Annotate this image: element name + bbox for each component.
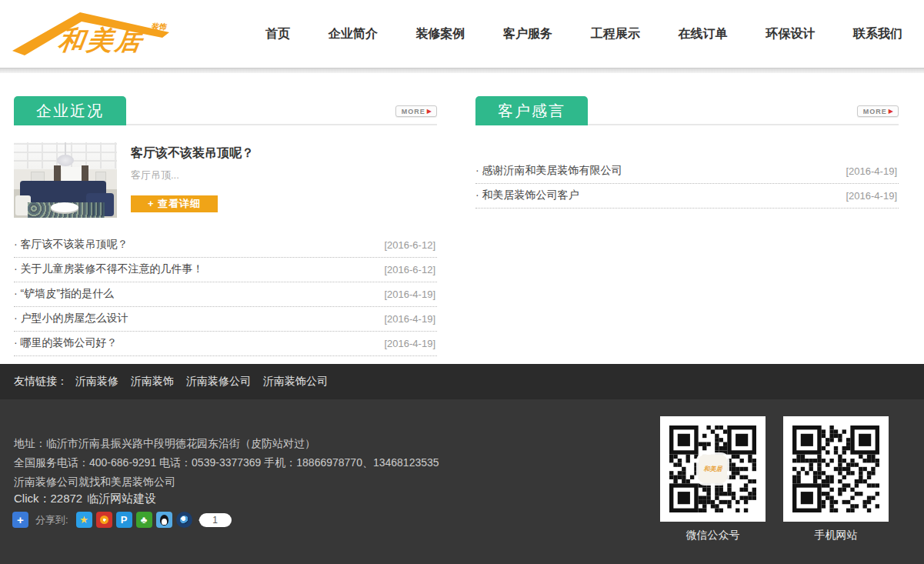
- featured-article-image[interactable]: [14, 142, 117, 218]
- site-builder-link[interactable]: 临沂网站建设: [87, 492, 156, 505]
- click-count: Click：22872: [14, 492, 82, 505]
- news-more-button[interactable]: MORE ▶: [395, 105, 437, 117]
- pengyou-icon[interactable]: P: [116, 512, 132, 528]
- share-bar: + 分享到: ★ P ♣ 1: [12, 512, 232, 528]
- share-plus-icon[interactable]: +: [12, 512, 28, 528]
- news-item-date: [2016-6-12]: [385, 264, 436, 275]
- nav-customer-service[interactable]: 客户服务: [503, 26, 552, 42]
- featured-article: 客厅该不该装吊顶呢？ 客厅吊顶... + 查看详细: [14, 142, 437, 218]
- more-arrow-icon: ▶: [427, 108, 432, 115]
- news-list-item[interactable]: “铲墙皮”指的是什么 [2016-4-19]: [14, 282, 437, 307]
- main-content: 企业近况 MORE ▶ 客厅该不该装吊顶呢？ 客厅吊顶... + 查看: [0, 73, 924, 364]
- share-count-badge[interactable]: 1: [199, 513, 232, 527]
- more-label: MORE: [402, 108, 425, 115]
- friend-link[interactable]: 沂南装修: [75, 375, 118, 389]
- news-section-header: 企业近况 MORE ▶: [14, 96, 437, 125]
- testimonial-list-item[interactable]: 和美居装饰公司客户 [2016-4-19]: [475, 184, 899, 209]
- testimonials-more-button[interactable]: MORE ▶: [857, 105, 899, 117]
- friend-links-label: 友情链接：: [14, 375, 68, 389]
- news-item-title[interactable]: “铲墙皮”指的是什么: [14, 287, 114, 301]
- view-detail-button[interactable]: + 查看详细: [131, 195, 218, 212]
- more-arrow-icon: ▶: [889, 108, 894, 115]
- news-item-date: [2016-6-12]: [385, 239, 436, 251]
- qr-mobile-site: [783, 416, 889, 522]
- news-item-title[interactable]: 户型小的房屋怎么设计: [14, 312, 128, 325]
- testimonial-title[interactable]: 感谢沂南和美居装饰有限公司: [475, 164, 622, 178]
- weibo-icon[interactable]: [96, 512, 112, 528]
- testimonials-list: 感谢沂南和美居装饰有限公司 [2016-4-19] 和美居装饰公司客户 [201…: [475, 159, 899, 209]
- company-news-section: 企业近况 MORE ▶ 客厅该不该装吊顶呢？ 客厅吊顶... + 查看: [14, 96, 437, 356]
- news-item-date: [2016-4-19]: [385, 338, 436, 349]
- nav-decor-cases[interactable]: 装修案例: [415, 26, 465, 42]
- testimonial-title[interactable]: 和美居装饰公司客户: [475, 189, 579, 202]
- news-list-item[interactable]: 户型小的房屋怎么设计 [2016-4-19]: [14, 307, 437, 332]
- news-section-title: 企业近况: [14, 96, 126, 125]
- testimonials-section-title: 客户感言: [475, 96, 588, 125]
- brand-subtitle: 装饰: [151, 22, 166, 32]
- testimonial-list-item[interactable]: 感谢沂南和美居装饰有限公司 [2016-4-19]: [475, 159, 899, 184]
- nav-home[interactable]: 首页: [265, 26, 290, 42]
- friend-link[interactable]: 沂南装修公司: [186, 375, 251, 389]
- nav-contact-us[interactable]: 联系我们: [853, 26, 902, 42]
- news-item-date: [2016-4-19]: [385, 313, 436, 325]
- footer: 地址：临沂市沂南县振兴路中段明德花园东沿街（皮防站对过） 全国服务电话：400-…: [0, 399, 924, 564]
- news-item-date: [2016-4-19]: [385, 289, 436, 300]
- featured-article-info: 客厅该不该装吊顶呢？ 客厅吊顶... + 查看详细: [131, 142, 254, 218]
- main-nav: 首页 企业简介 装修案例 客户服务 工程展示 在线订单 环保设计 联系我们: [265, 0, 902, 68]
- nav-online-order[interactable]: 在线订单: [679, 26, 728, 42]
- news-item-title[interactable]: 哪里的装饰公司好？: [14, 336, 118, 350]
- header-divider: [0, 68, 924, 73]
- testimonial-date: [2016-4-19]: [846, 190, 898, 202]
- news-item-title[interactable]: 客厅该不该装吊顶呢？: [14, 238, 128, 252]
- qq-icon[interactable]: [156, 512, 172, 528]
- testimonials-section: 客户感言 MORE ▶ 感谢沂南和美居装饰有限公司 [2016-4-19] 和美…: [475, 96, 899, 209]
- featured-article-excerpt: 客厅吊顶...: [131, 169, 254, 182]
- qzone-icon[interactable]: ★: [76, 512, 92, 528]
- footer-slogan: 沂南装修公司就找和美居装饰公司: [14, 476, 175, 489]
- browser-icon[interactable]: [176, 512, 192, 528]
- footer-click-counter: Click：22872临沂网站建设: [14, 492, 156, 506]
- friend-links-bar: 友情链接： 沂南装修 沂南装饰 沂南装修公司 沂南装饰公司: [0, 364, 924, 399]
- news-item-title[interactable]: 关于儿童房装修不得不注意的几件事！: [14, 262, 204, 276]
- testimonial-date: [2016-4-19]: [846, 165, 898, 177]
- brand-name: 和美居: [56, 23, 146, 58]
- share-label: 分享到:: [35, 513, 68, 527]
- qr-mobile-label: 手机网站: [783, 529, 889, 542]
- nav-company-intro[interactable]: 企业简介: [329, 26, 378, 42]
- header: 和美居 装饰 首页 企业简介 装修案例 客户服务 工程展示 在线订单 环保设计 …: [0, 0, 924, 68]
- more-label: MORE: [863, 108, 887, 115]
- friend-link[interactable]: 沂南装饰: [131, 375, 174, 389]
- news-list-item[interactable]: 哪里的装饰公司好？ [2016-4-19]: [14, 332, 437, 356]
- qr-wechat-label: 微信公众号: [660, 529, 766, 542]
- qr-wechat: 和美居: [660, 416, 766, 522]
- testimonials-section-header: 客户感言 MORE ▶: [475, 96, 899, 125]
- company-logo[interactable]: 和美居 装饰: [11, 6, 192, 62]
- featured-article-title[interactable]: 客厅该不该装吊顶呢？: [131, 145, 254, 162]
- qr-center-logo-icon: 和美居: [699, 455, 727, 483]
- footer-address: 地址：临沂市沂南县振兴路中段明德花园东沿街（皮防站对过）: [14, 437, 315, 451]
- nav-project-display[interactable]: 工程展示: [591, 26, 640, 42]
- friend-link[interactable]: 沂南装饰公司: [263, 375, 328, 389]
- page: 和美居 装饰 首页 企业简介 装修案例 客户服务 工程展示 在线订单 环保设计 …: [0, 0, 924, 564]
- news-list-item[interactable]: 关于儿童房装修不得不注意的几件事！ [2016-6-12]: [14, 258, 437, 282]
- news-list-item[interactable]: 客厅该不该装吊顶呢？ [2016-6-12]: [14, 233, 437, 258]
- nav-eco-design[interactable]: 环保设计: [766, 26, 815, 42]
- footer-phones: 全国服务电话：400-686-9291 电话：0539-3377369 手机：1…: [14, 456, 439, 470]
- news-list: 客厅该不该装吊顶呢？ [2016-6-12] 关于儿童房装修不得不注意的几件事！…: [14, 233, 437, 356]
- clover-icon[interactable]: ♣: [136, 512, 152, 528]
